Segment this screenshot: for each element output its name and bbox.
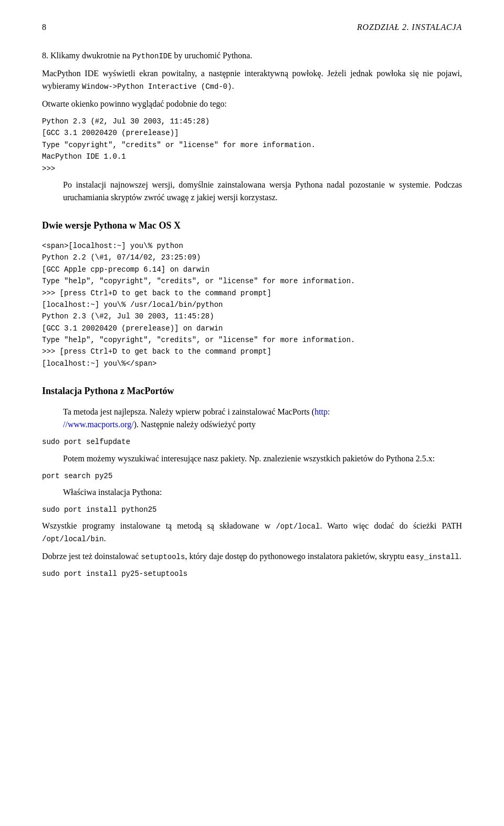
paragraph-5: Właściwa instalacja Pythona: <box>63 486 462 499</box>
chapter-title: ROZDZIAŁ 2. INSTALACJA <box>357 21 462 34</box>
para7-mid: , który daje dostęp do pythonowego insta… <box>185 552 406 561</box>
code-block-2: <span>[localhost:~] you\% python Python … <box>42 240 462 369</box>
section2-text: Ta metoda jest najlepsza. Należy wpierw … <box>63 407 314 416</box>
step8-text: 8. Klikamy dwukrotnie na <box>42 51 132 60</box>
code-block-1: Python 2.3 (#2, Jul 30 2003, 11:45:28) [… <box>42 116 462 174</box>
section1-heading: Dwie wersje Pythona w Mac OS X <box>42 219 462 233</box>
paragraph-6: Wszystkie programy instalowane tą metodą… <box>42 520 462 545</box>
page-number: 8 <box>42 21 46 34</box>
paragraph-1: MacPython IDE wyświetli ekran powitalny,… <box>42 67 462 92</box>
para7-text: Dobrze jest też doinstalować <box>42 552 141 561</box>
section2-link-end: ). Następnie należy odświeżyć porty <box>134 420 256 429</box>
para1-code: Window->Python Interactive (Cmd-0) <box>82 82 232 91</box>
step8-rest: by uruchomić Pythona. <box>172 51 253 60</box>
code-block-3: sudo port selfupdate <box>42 436 462 448</box>
para1-end: . <box>232 81 234 90</box>
para7-code: setuptools <box>141 553 185 561</box>
para6-end: . <box>104 534 106 543</box>
para6-code: /opt/local <box>276 522 320 531</box>
section2-paragraph: Ta metoda jest najlepsza. Należy wpierw … <box>63 406 462 431</box>
step8-code: PythonIDE <box>132 52 172 60</box>
paragraph-3: Po instalacji najnowszej wersji, domyśln… <box>63 179 462 204</box>
code-block-4: port search py25 <box>42 470 462 482</box>
paragraph-4: Potem możemy wyszukiwać interesujące nas… <box>63 452 462 465</box>
para7-code2: easy_install <box>406 553 459 561</box>
code-block-6: sudo port install py25-setuptools <box>42 568 462 580</box>
paragraph-2: Otwarte okienko powinno wyglądać podobni… <box>42 98 462 110</box>
para6-mid: . Warto więc dodać do ścieżki PATH <box>320 521 462 530</box>
para7-end: . <box>459 552 461 561</box>
page-header: 8 ROZDZIAŁ 2. INSTALACJA <box>42 21 462 34</box>
step8-paragraph: 8. Klikamy dwukrotnie na PythonIDE by ur… <box>42 49 462 62</box>
para6-code2: /opt/local/bin <box>42 535 104 543</box>
paragraph-7: Dobrze jest też doinstalować setuptools,… <box>42 550 462 563</box>
section2-heading: Instalacja Pythona z MacPortów <box>42 384 462 398</box>
para6-text: Wszystkie programy instalowane tą metodą… <box>42 521 276 530</box>
code-block-5: sudo port install python25 <box>42 504 462 515</box>
